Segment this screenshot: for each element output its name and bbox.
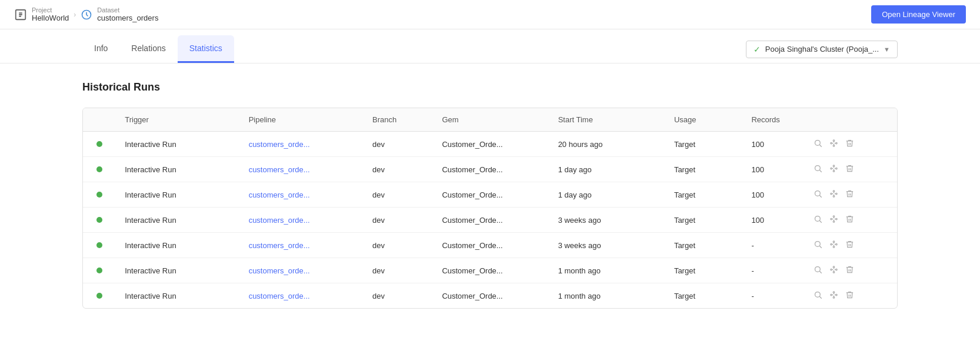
status-cell bbox=[83, 283, 115, 309]
graph-icon[interactable] bbox=[829, 290, 838, 301]
svg-point-57 bbox=[833, 272, 835, 273]
branch-cell: dev bbox=[363, 132, 432, 157]
status-cell bbox=[83, 157, 115, 182]
gem-cell: Customer_Orde... bbox=[432, 283, 548, 309]
actions-cell bbox=[804, 157, 897, 182]
table-row: Interactive Run customers_orde... dev Cu… bbox=[83, 233, 897, 258]
pipeline-link[interactable]: customers_orde... bbox=[249, 216, 310, 225]
col-trigger-header: Trigger bbox=[115, 108, 239, 132]
table-row: Interactive Run customers_orde... dev Cu… bbox=[83, 132, 897, 157]
starttime-cell: 1 day ago bbox=[549, 182, 665, 208]
dataset-icon bbox=[81, 9, 92, 21]
table-header-row: Trigger Pipeline Branch Gem Start Time U… bbox=[83, 108, 897, 132]
actions-cell bbox=[804, 182, 897, 208]
records-cell: 100 bbox=[742, 157, 804, 182]
pipeline-cell: customers_orde... bbox=[239, 157, 363, 182]
actions-cell bbox=[804, 258, 897, 283]
project-name: HelloWorld bbox=[32, 14, 69, 22]
status-dot bbox=[96, 192, 102, 198]
pipeline-link[interactable]: customers_orde... bbox=[249, 241, 310, 250]
status-cell bbox=[83, 258, 115, 283]
actions-cell bbox=[804, 233, 897, 258]
tab-relations[interactable]: Relations bbox=[119, 35, 177, 63]
svg-point-26 bbox=[836, 193, 838, 195]
delete-icon[interactable] bbox=[845, 164, 854, 175]
records-cell: - bbox=[742, 233, 804, 258]
status-cell bbox=[83, 182, 115, 208]
tab-statistics[interactable]: Statistics bbox=[178, 35, 234, 63]
tabs-area: Info Relations Statistics ✓ Pooja Singha… bbox=[0, 35, 980, 63]
table-row: Interactive Run customers_orde... dev Cu… bbox=[83, 157, 897, 182]
pipeline-link[interactable]: customers_orde... bbox=[249, 190, 310, 199]
graph-icon[interactable] bbox=[829, 189, 838, 200]
delete-icon[interactable] bbox=[845, 215, 854, 225]
starttime-cell: 1 month ago bbox=[549, 283, 665, 309]
starttime-cell: 1 month ago bbox=[549, 258, 665, 283]
graph-icon[interactable] bbox=[829, 265, 838, 276]
search-icon[interactable] bbox=[814, 290, 822, 301]
search-icon[interactable] bbox=[814, 240, 822, 250]
records-cell: - bbox=[742, 258, 804, 283]
table-row: Interactive Run customers_orde... dev Cu… bbox=[83, 258, 897, 283]
main-content: Historical Runs Trigger Pipeline Branch … bbox=[0, 63, 980, 326]
gem-cell: Customer_Orde... bbox=[432, 182, 548, 208]
search-icon[interactable] bbox=[814, 139, 822, 149]
open-lineage-button[interactable]: Open Lineage Viewer bbox=[871, 5, 966, 24]
graph-icon[interactable] bbox=[829, 215, 838, 225]
svg-point-52 bbox=[815, 267, 821, 272]
svg-point-32 bbox=[815, 216, 821, 222]
svg-point-62 bbox=[815, 292, 821, 297]
svg-point-6 bbox=[836, 142, 838, 144]
delete-icon[interactable] bbox=[845, 290, 854, 301]
branch-cell: dev bbox=[363, 208, 432, 233]
trigger-cell: Interactive Run bbox=[115, 208, 239, 233]
svg-point-46 bbox=[836, 243, 838, 245]
delete-icon[interactable] bbox=[845, 189, 854, 200]
delete-icon[interactable] bbox=[845, 240, 854, 250]
svg-point-64 bbox=[831, 294, 832, 296]
trigger-cell: Interactive Run bbox=[115, 258, 239, 283]
graph-icon[interactable] bbox=[829, 240, 838, 250]
tabs: Info Relations Statistics bbox=[82, 35, 234, 63]
pipeline-link[interactable]: customers_orde... bbox=[249, 165, 310, 174]
pipeline-cell: customers_orde... bbox=[239, 182, 363, 208]
graph-icon[interactable] bbox=[829, 139, 838, 149]
header: Project HelloWorld › Dataset customers_o… bbox=[0, 0, 980, 29]
svg-point-14 bbox=[831, 168, 832, 169]
svg-point-24 bbox=[831, 193, 832, 195]
svg-point-44 bbox=[831, 243, 832, 245]
search-icon[interactable] bbox=[814, 215, 822, 225]
dataset-name: customers_orders bbox=[97, 14, 158, 22]
records-cell: 100 bbox=[742, 182, 804, 208]
actions-cell bbox=[804, 132, 897, 157]
pipeline-link[interactable]: customers_orde... bbox=[249, 140, 310, 149]
delete-icon[interactable] bbox=[845, 139, 854, 149]
delete-icon[interactable] bbox=[845, 265, 854, 276]
usage-cell: Target bbox=[665, 182, 742, 208]
search-icon[interactable] bbox=[814, 265, 822, 276]
svg-point-27 bbox=[833, 196, 835, 198]
svg-point-17 bbox=[833, 170, 835, 172]
cluster-dropdown[interactable]: ✓ Pooja Singhal's Cluster (Pooja_... ▼ bbox=[746, 41, 898, 58]
search-icon[interactable] bbox=[814, 189, 822, 200]
svg-point-36 bbox=[836, 218, 838, 220]
col-status-header bbox=[83, 108, 115, 132]
usage-cell: Target bbox=[665, 208, 742, 233]
graph-icon[interactable] bbox=[829, 164, 838, 175]
svg-point-56 bbox=[836, 269, 838, 270]
pipeline-link[interactable]: customers_orde... bbox=[249, 292, 310, 300]
col-actions-header bbox=[804, 108, 897, 132]
historical-runs-table: Trigger Pipeline Branch Gem Start Time U… bbox=[82, 108, 898, 309]
gem-cell: Customer_Orde... bbox=[432, 258, 548, 283]
col-starttime-header: Start Time bbox=[549, 108, 665, 132]
svg-point-16 bbox=[836, 168, 838, 169]
svg-line-3 bbox=[819, 145, 821, 146]
search-icon[interactable] bbox=[814, 164, 822, 175]
pipeline-link[interactable]: customers_orde... bbox=[249, 266, 310, 275]
pipeline-cell: customers_orde... bbox=[239, 208, 363, 233]
gem-cell: Customer_Orde... bbox=[432, 157, 548, 182]
table-row: Interactive Run customers_orde... dev Cu… bbox=[83, 208, 897, 233]
trigger-cell: Interactive Run bbox=[115, 132, 239, 157]
svg-line-43 bbox=[819, 246, 821, 248]
tab-info[interactable]: Info bbox=[82, 35, 119, 63]
